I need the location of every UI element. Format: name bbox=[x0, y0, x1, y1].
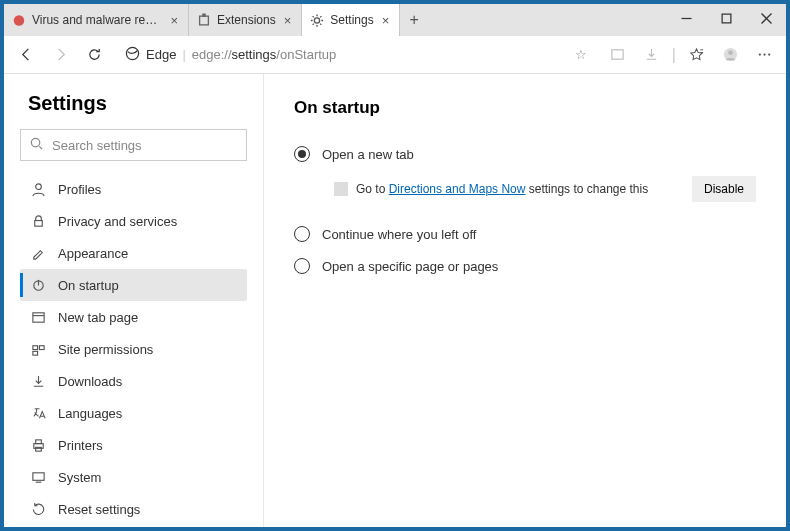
tab-strip: Virus and malware removal instr… × Exten… bbox=[4, 4, 428, 36]
tab-virus-removal[interactable]: Virus and malware removal instr… × bbox=[4, 4, 189, 36]
edge-icon bbox=[125, 46, 140, 64]
sidebar-title: Settings bbox=[28, 92, 247, 115]
sidebar-item-appearance[interactable]: Appearance bbox=[20, 237, 247, 269]
refresh-button[interactable] bbox=[78, 39, 110, 71]
svg-rect-23 bbox=[32, 312, 43, 321]
option-open-new-tab[interactable]: Open a new tab bbox=[294, 138, 756, 170]
svg-rect-1 bbox=[200, 16, 209, 25]
favorites-icon[interactable] bbox=[680, 39, 712, 71]
languages-icon bbox=[30, 405, 46, 421]
svg-point-13 bbox=[728, 50, 733, 55]
close-icon[interactable]: × bbox=[282, 13, 294, 28]
address-text: Edge | edge://settings/onStartup bbox=[125, 46, 567, 64]
new-tab-button[interactable]: + bbox=[400, 4, 428, 36]
sidebar-item-printers[interactable]: Printers bbox=[20, 429, 247, 461]
nav-label: Site permissions bbox=[58, 342, 153, 357]
sidebar: Settings Search settings Profiles Privac… bbox=[4, 74, 264, 527]
favorite-icon[interactable]: ☆ bbox=[575, 47, 587, 62]
nav-label: Appearance bbox=[58, 246, 128, 261]
search-icon bbox=[29, 136, 44, 154]
svg-rect-27 bbox=[32, 351, 37, 355]
sidebar-item-privacy[interactable]: Privacy and services bbox=[20, 205, 247, 237]
more-menu-button[interactable] bbox=[748, 39, 780, 71]
disable-button[interactable]: Disable bbox=[692, 176, 756, 202]
forward-button[interactable] bbox=[44, 39, 76, 71]
close-icon[interactable]: × bbox=[380, 13, 392, 28]
svg-point-14 bbox=[758, 53, 760, 55]
maximize-button[interactable] bbox=[706, 4, 746, 32]
toolbar-separator: | bbox=[672, 46, 676, 64]
sidebar-item-onstartup[interactable]: On startup bbox=[20, 269, 247, 301]
downloads-icon[interactable] bbox=[636, 39, 668, 71]
radio-unchecked-icon bbox=[294, 226, 310, 242]
sidebar-item-languages[interactable]: Languages bbox=[20, 397, 247, 429]
titlebar: Virus and malware removal instr… × Exten… bbox=[4, 4, 786, 36]
tab-title: Settings bbox=[330, 13, 373, 27]
sidebar-item-permissions[interactable]: Site permissions bbox=[20, 333, 247, 365]
page-heading: On startup bbox=[294, 98, 756, 118]
svg-point-19 bbox=[35, 183, 41, 189]
newtab-icon bbox=[30, 309, 46, 325]
nav-label: Downloads bbox=[58, 374, 122, 389]
svg-point-0 bbox=[14, 15, 25, 26]
nav-label: Printers bbox=[58, 438, 103, 453]
extension-override-row: Go to Directions and Maps Now settings t… bbox=[294, 170, 756, 218]
sidebar-item-newtab[interactable]: New tab page bbox=[20, 301, 247, 333]
sidebar-item-system[interactable]: System bbox=[20, 461, 247, 493]
search-input[interactable]: Search settings bbox=[20, 129, 247, 161]
option-label: Open a specific page or pages bbox=[322, 259, 498, 274]
minimize-button[interactable] bbox=[666, 4, 706, 32]
sidebar-item-downloads[interactable]: Downloads bbox=[20, 365, 247, 397]
system-icon bbox=[30, 469, 46, 485]
nav-label: Profiles bbox=[58, 182, 101, 197]
reading-icon[interactable] bbox=[602, 39, 634, 71]
address-app: Edge bbox=[146, 47, 176, 62]
close-icon[interactable]: × bbox=[168, 13, 180, 28]
svg-point-15 bbox=[763, 53, 765, 55]
tab-title: Extensions bbox=[217, 13, 276, 27]
gear-icon bbox=[310, 13, 324, 27]
address-bar[interactable]: Edge | edge://settings/onStartup ☆ bbox=[116, 41, 596, 69]
nav-label: Reset settings bbox=[58, 502, 140, 517]
back-button[interactable] bbox=[10, 39, 42, 71]
radio-checked-icon bbox=[294, 146, 310, 162]
svg-rect-25 bbox=[32, 345, 37, 349]
svg-rect-31 bbox=[32, 472, 43, 480]
address-separator: | bbox=[182, 47, 185, 62]
sidebar-item-about[interactable]: About Microsoft Edge bbox=[20, 525, 247, 531]
permissions-icon bbox=[30, 341, 46, 357]
toolbar: Edge | edge://settings/onStartup ☆ | bbox=[4, 36, 786, 74]
option-continue[interactable]: Continue where you left off bbox=[294, 218, 756, 250]
tab-settings[interactable]: Settings × bbox=[302, 4, 400, 36]
nav-label: On startup bbox=[58, 278, 119, 293]
nav-label: New tab page bbox=[58, 310, 138, 325]
svg-rect-5 bbox=[722, 14, 731, 23]
tab-favicon bbox=[12, 13, 26, 27]
lock-icon bbox=[30, 213, 46, 229]
printer-icon bbox=[30, 437, 46, 453]
address-url: edge://settings/onStartup bbox=[192, 47, 337, 62]
svg-line-18 bbox=[39, 146, 42, 149]
svg-rect-26 bbox=[39, 345, 44, 349]
nav-label: Languages bbox=[58, 406, 122, 421]
option-specific-pages[interactable]: Open a specific page or pages bbox=[294, 250, 756, 282]
sidebar-item-reset[interactable]: Reset settings bbox=[20, 493, 247, 525]
appearance-icon bbox=[30, 245, 46, 261]
sidebar-item-profiles[interactable]: Profiles bbox=[20, 173, 247, 205]
option-label: Continue where you left off bbox=[322, 227, 476, 242]
reset-icon bbox=[30, 501, 46, 517]
extension-link[interactable]: Directions and Maps Now bbox=[389, 182, 526, 196]
svg-rect-29 bbox=[35, 439, 41, 443]
option-label: Open a new tab bbox=[322, 147, 414, 162]
profile-icon[interactable] bbox=[714, 39, 746, 71]
content: Settings Search settings Profiles Privac… bbox=[4, 74, 786, 527]
download-icon bbox=[30, 373, 46, 389]
close-window-button[interactable] bbox=[746, 4, 786, 32]
svg-point-17 bbox=[31, 138, 39, 146]
radio-unchecked-icon bbox=[294, 258, 310, 274]
nav-label: System bbox=[58, 470, 101, 485]
tab-extensions[interactable]: Extensions × bbox=[189, 4, 302, 36]
extension-favicon bbox=[334, 182, 348, 196]
svg-point-16 bbox=[768, 53, 770, 55]
nav-label: Privacy and services bbox=[58, 214, 177, 229]
